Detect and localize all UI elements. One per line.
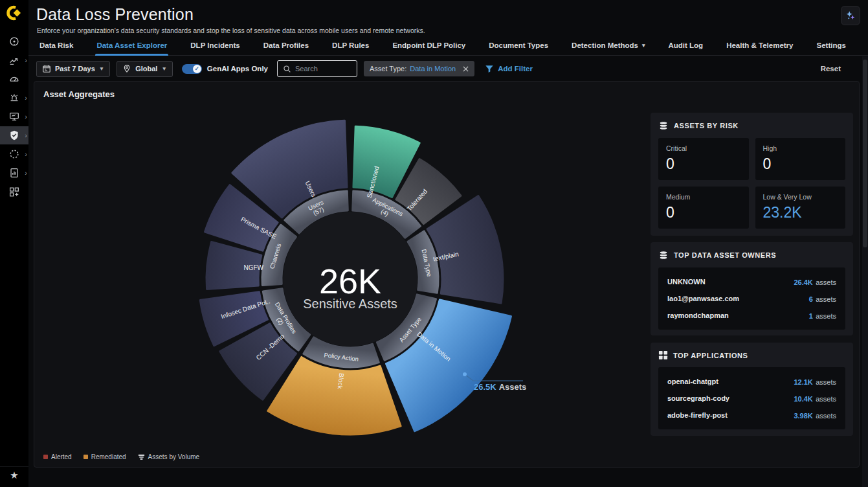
tab-data-asset-explorer[interactable]: Data Asset Explorer (96, 36, 167, 56)
search-input[interactable] (295, 65, 351, 73)
risk-value: 0 (763, 155, 838, 173)
scrollbar-track[interactable] (862, 56, 868, 487)
top-data-asset-owners-card: TOP DATA ASSET OWNERS UNKNOWN 26.4K asse… (651, 242, 853, 335)
chevron-right-icon: › (25, 151, 27, 158)
assets-by-risk-card: ASSETS BY RISK Critical 0 High 0 Medium … (651, 113, 853, 236)
database-icon (658, 250, 669, 260)
tab-settings[interactable]: Settings (816, 36, 845, 56)
risk-value: 0 (666, 155, 741, 173)
scope-select[interactable]: Global ▼ (117, 61, 173, 77)
sidebar-item-insights[interactable]: › (0, 51, 28, 69)
pan-logo-icon[interactable] (0, 0, 28, 26)
list-item: UNKNOWN 26.4K assets (667, 273, 836, 290)
sparkles-icon (845, 10, 856, 21)
add-filter-button[interactable]: Add Filter (485, 64, 533, 73)
asset-count-link[interactable]: 6 (809, 295, 813, 303)
tab-endpoint-dlp-policy[interactable]: Endpoint DLP Policy (392, 36, 465, 56)
chevron-down-icon: ▼ (161, 65, 166, 72)
reset-button[interactable]: Reset (821, 65, 841, 73)
chevron-right-icon: › (25, 95, 27, 102)
insights-icon (8, 54, 20, 66)
incident-beacon-icon (8, 92, 20, 104)
filter-chip-asset-type[interactable]: Asset Type: Data in Motion (364, 61, 474, 76)
alerted-swatch (43, 455, 48, 459)
shield-check-icon (8, 130, 20, 141)
scrollbar-thumb[interactable] (863, 60, 867, 247)
svg-text:NGFW: NGFW (243, 264, 263, 271)
sidebar-item-objects[interactable] (0, 183, 28, 201)
tab-data-profiles[interactable]: Data Profiles (263, 36, 309, 56)
tab-detection-methods[interactable]: Detection Methods▾ (572, 36, 645, 56)
sunburst-center-label: Sensitive Assets (303, 297, 397, 311)
calendar-icon (42, 64, 51, 73)
chart-legend: Alerted Remediated Assets by Volume (43, 453, 199, 460)
risk-value: 23.2K (763, 204, 838, 221)
sidebar-item-workflows[interactable]: › (0, 108, 28, 126)
asset-count-link[interactable]: 1 (809, 312, 813, 320)
asset-count-link[interactable]: 26.4K (794, 278, 812, 286)
sidebar-item-incidents[interactable]: › (0, 89, 28, 107)
page-title: Data Loss Prevention (28, 0, 868, 24)
list-item: sourcegraph-cody 10.4K assets (667, 390, 836, 407)
tab-audit-log[interactable]: Audit Log (669, 36, 704, 56)
card-title: TOP DATA ASSET OWNERS (674, 251, 776, 259)
legend-remediated: Remediated (83, 453, 126, 460)
sidebar-item-security-services[interactable]: › (0, 126, 28, 144)
database-icon (658, 120, 669, 131)
list-item: raymondchapman 1 assets (667, 307, 836, 324)
location-pin-icon (122, 64, 131, 73)
risk-tile-medium: Medium 0 (658, 187, 749, 229)
tab-health-telemetry[interactable]: Health & Telemetry (726, 36, 793, 56)
callout-label: 26.5KAssets (474, 382, 526, 392)
asset-count-link[interactable]: 12.1K (794, 378, 812, 386)
sidebar-item-dashboards[interactable] (0, 70, 28, 88)
chevron-right-icon: › (25, 57, 27, 64)
sunburst-chart[interactable]: Applications(4)Data TypeAsset TypePolicy… (151, 87, 591, 464)
chevron-down-icon: ▼ (99, 65, 104, 72)
remove-filter-icon[interactable] (463, 66, 469, 72)
legend-assets-by-volume: Assets by Volume (138, 453, 199, 460)
report-icon (8, 167, 20, 179)
chevron-right-icon: › (25, 113, 27, 120)
genai-toggle-label: GenAI Apps Only (207, 65, 268, 73)
risk-value: 0 (666, 204, 741, 221)
sidebar-item-reports[interactable]: › (0, 164, 28, 182)
sunburst-center-value: 26K (319, 262, 381, 300)
objects-grid-icon (8, 186, 20, 198)
favorites-star-icon[interactable]: ★ (0, 466, 28, 483)
dotted-circle-icon (8, 148, 20, 160)
tab-data-risk[interactable]: Data Risk (39, 36, 73, 56)
funnel-icon (485, 64, 494, 73)
sidebar-item-configuration[interactable]: › (0, 145, 28, 163)
chevron-down-icon: ▾ (642, 42, 645, 49)
asset-count-link[interactable]: 10.4K (794, 395, 812, 403)
search-box[interactable] (277, 60, 357, 77)
tab-dlp-incidents[interactable]: DLP Incidents (190, 36, 239, 56)
apps-grid-icon (658, 350, 668, 360)
hub-icon (8, 36, 20, 47)
legend-alerted: Alerted (43, 453, 72, 460)
page-header: Data Loss Prevention Enforce your organi… (28, 0, 868, 36)
risk-tile-critical: Critical 0 (658, 138, 749, 180)
asset-aggregates-panel: Asset Aggregates Applications(4)Data Typ… (34, 81, 860, 468)
risk-tile-high: High 0 (755, 138, 846, 180)
dashboards-icon (8, 73, 20, 85)
search-icon (283, 65, 291, 73)
time-range-select[interactable]: Past 7 Days ▼ (36, 61, 110, 77)
section-title: Asset Aggregates (43, 89, 115, 99)
top-applications-card: TOP APPLICATIONS openai-chatgpt 12.1K as… (651, 343, 853, 436)
sidebar: › › › › › › (0, 0, 28, 487)
ai-copilot-button[interactable] (841, 6, 860, 25)
list-item: adobe-firefly-post 3.98K assets (667, 407, 836, 424)
chevron-right-icon: › (25, 132, 27, 139)
toggle-knob-check-icon: ✓ (193, 65, 201, 73)
sidebar-item-hub[interactable] (0, 32, 28, 51)
tab-dlp-rules[interactable]: DLP Rules (332, 36, 369, 56)
genai-apps-only-toggle[interactable]: ✓ (182, 64, 202, 74)
asset-count-link[interactable]: 3.98K (794, 412, 812, 420)
filter-bar: Past 7 Days ▼ Global ▼ ✓ GenAI Apps Only… (28, 56, 868, 81)
tab-document-types[interactable]: Document Types (489, 36, 548, 56)
remediated-swatch (83, 455, 88, 459)
top-apps-list: openai-chatgpt 12.1K assets sourcegraph-… (658, 367, 845, 429)
sunburst-segment-block[interactable] (268, 357, 401, 435)
